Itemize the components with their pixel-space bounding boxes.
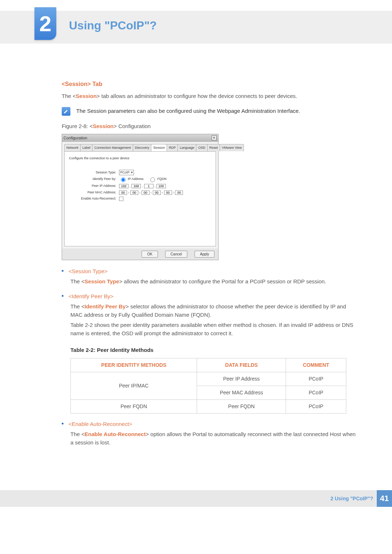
config-body: Configure the connection to a peer devic… [64, 152, 216, 246]
peer-ip-field: . . . [119, 183, 166, 189]
bullet-identify-peer: <Identify Peer By> [62, 292, 356, 301]
peer-identity-table: PEER IDENTITY METHODS DATA FIELDS COMMEN… [70, 358, 346, 414]
config-buttons: OK Cancel Apply [62, 249, 218, 260]
bullet-icon [62, 270, 64, 272]
section-intro: The <Session> tab allows an administrato… [62, 92, 356, 100]
bullet-body: The <Session Type> allows the administra… [70, 278, 356, 286]
highlight: Enable Auto-Reconnect [85, 431, 146, 437]
figure-caption: Figure 2-8: <Session> Configuration [62, 122, 356, 131]
table-row: Peer FQDN Peer FQDN PCoIP [71, 399, 346, 413]
bullet-title: <Enable Auto-Reconnect> [69, 420, 132, 428]
text: The < [62, 93, 76, 99]
chapter-number-box: 2 [34, 7, 56, 40]
radio-ip-input[interactable] [121, 177, 126, 182]
config-title: Configuration [64, 135, 87, 141]
cell-comment: PCoIP [286, 399, 346, 413]
ip-octet-1[interactable] [119, 184, 128, 188]
radio-ip-text: IP Address [128, 177, 143, 182]
text: > Configuration [114, 123, 151, 129]
config-window: Configuration ✕ Network Label Connection… [62, 134, 219, 260]
apply-button[interactable]: Apply [195, 251, 215, 258]
bullet-body: The <Identify Peer By> selector allows t… [70, 303, 356, 319]
ip-octet-3[interactable] [144, 184, 154, 188]
label-identify-peer: Identify Peer by: [69, 177, 119, 182]
mac-2[interactable] [130, 190, 138, 195]
th-comment: COMMENT [286, 358, 346, 372]
tab-osd[interactable]: OSD [196, 144, 208, 152]
cancel-button[interactable]: Cancel [165, 251, 187, 258]
text: The < [70, 278, 85, 284]
label-session-type: Session Type: [69, 170, 119, 175]
bullet-title: <Session Type> [69, 267, 107, 276]
session-type-select[interactable]: PCoIP ▾ [119, 170, 134, 176]
label-peer-mac: Peer MAC Address: [69, 190, 119, 195]
cell-field: Peer FQDN [197, 399, 286, 413]
bullet-icon [62, 295, 64, 297]
tab-language[interactable]: Language [177, 144, 196, 152]
ok-button[interactable]: OK [142, 251, 158, 258]
cell-field: Peer MAC Address [197, 386, 286, 399]
note-icon [62, 107, 70, 116]
radio-fqdn[interactable]: FQDN [148, 176, 167, 182]
bullet-body-2: Table 2-2 shows the peer identity parame… [70, 321, 356, 337]
section-heading: <Session> Tab [62, 80, 356, 89]
bullet-title: <Identify Peer By> [69, 292, 113, 301]
text: > tab allows an administrator to configu… [97, 93, 297, 99]
footer-text: 2 Using "PCoIP"? [330, 496, 373, 501]
config-titlebar: Configuration ✕ [62, 134, 218, 142]
bullet-session-type: <Session Type> [62, 267, 356, 276]
highlight: Identify Peer By [85, 303, 126, 309]
auto-reconnect-checkbox[interactable] [119, 197, 123, 201]
page-footer: 2 Using "PCoIP"? 41 [0, 490, 392, 507]
ip-octet-2[interactable] [131, 184, 141, 188]
tab-label[interactable]: Label [80, 144, 93, 152]
config-instruction: Configure the connection to a peer devic… [69, 156, 211, 161]
tab-vmware-view[interactable]: VMware View [220, 144, 244, 152]
th-fields: DATA FIELDS [197, 358, 286, 372]
footer-page-number: 41 [377, 490, 392, 507]
ip-octet-4[interactable] [156, 184, 166, 188]
highlight: Session Type [85, 278, 119, 284]
text: The < [70, 303, 85, 309]
table-caption: Table 2-2: Peer Identity Methods [70, 346, 356, 354]
cell-comment: PCoIP [286, 372, 346, 386]
tab-connection-management[interactable]: Connection Management [92, 144, 133, 152]
cell-comment: PCoIP [286, 386, 346, 399]
note-text: The Session parameters can also be confi… [76, 107, 300, 115]
radio-fqdn-input[interactable] [150, 177, 155, 182]
radio-fqdn-text: FQDN [157, 177, 167, 182]
mac-4[interactable] [153, 190, 161, 195]
bullet-icon [62, 423, 64, 424]
tab-session[interactable]: Session [151, 144, 167, 152]
tab-network[interactable]: Network [64, 144, 81, 152]
close-icon[interactable]: ✕ [212, 135, 217, 140]
bullet-auto-reconnect: <Enable Auto-Reconnect> [62, 420, 356, 428]
config-tabs: Network Label Connection Management Disc… [64, 144, 216, 152]
label-auto-reconnect: Enable Auto-Reconnect: [69, 196, 119, 201]
peer-mac-field: - - - - - [119, 190, 183, 195]
mac-3[interactable] [142, 190, 150, 195]
highlight-session: Session [93, 123, 114, 129]
text: > allows the administrator to configure … [119, 278, 326, 284]
cell-method: Peer IP/MAC [71, 372, 197, 399]
table-row: Peer IP/MAC Peer IP Address PCoIP [71, 372, 346, 386]
text: Figure 2-8: < [62, 123, 93, 129]
th-methods: PEER IDENTITY METHODS [71, 358, 197, 372]
table-header-row: PEER IDENTITY METHODS DATA FIELDS COMMEN… [71, 358, 346, 372]
bullet-body: The <Enable Auto-Reconnect> option allow… [70, 430, 356, 447]
tab-reset[interactable]: Reset [207, 144, 220, 152]
mac-5[interactable] [164, 190, 172, 195]
radio-ip-address[interactable]: IP Address [119, 176, 143, 182]
highlight-session: Session [76, 93, 97, 99]
tab-discovery[interactable]: Discovery [133, 144, 152, 152]
text: The < [70, 431, 85, 437]
cell-method: Peer FQDN [71, 399, 197, 413]
tab-rdp[interactable]: RDP [167, 144, 178, 152]
cell-field: Peer IP Address [197, 372, 286, 386]
chevron-down-icon: ▾ [131, 170, 133, 175]
session-type-value: PCoIP [120, 170, 130, 175]
chapter-title: Using "PCoIP"? [69, 19, 157, 32]
label-peer-ip: Peer IP Address: [69, 184, 119, 189]
mac-6[interactable] [175, 190, 183, 195]
mac-1[interactable] [119, 190, 127, 195]
